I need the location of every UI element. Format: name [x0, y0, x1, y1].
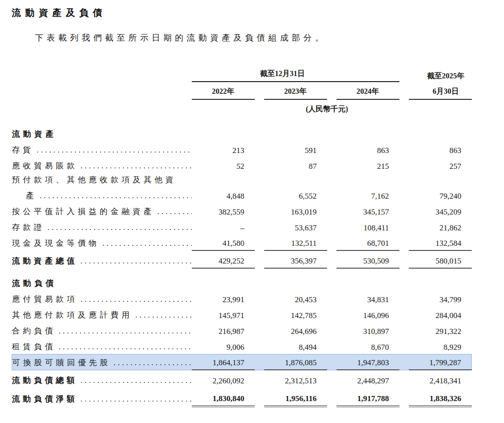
cell-value: 1,838,326	[409, 388, 472, 406]
cell-value: 257	[409, 157, 472, 173]
column-gap	[399, 235, 409, 250]
table-row: 流動負債總額..................................…	[12, 370, 472, 388]
cell-value: 34,831	[336, 291, 399, 306]
table-row: 現金及現金等價物................................…	[12, 235, 472, 250]
cell-value: 2,312,513	[264, 370, 327, 388]
row-label-text: 應收貿易賬款	[12, 160, 78, 171]
unit-note: (人民幣千元)	[192, 99, 472, 119]
header-unit-row: (人民幣千元)	[12, 99, 472, 119]
col-header-2022: 2022年	[192, 82, 255, 99]
cell-value: 345,157	[336, 203, 399, 219]
col-header-2023: 2023年	[264, 82, 327, 99]
column-gap	[255, 157, 264, 173]
cell-value: 163,019	[264, 203, 327, 219]
table-row: 應收貿易賬款..................................…	[12, 157, 472, 173]
cell-value: 132,584	[409, 235, 472, 250]
cell-value: 4,848	[192, 187, 255, 203]
column-gap	[327, 141, 336, 157]
cell-value: 8,670	[336, 338, 399, 354]
cell-value: 142,785	[264, 306, 327, 322]
cell-value: 1,956,116	[264, 388, 327, 406]
cell-value: 68,701	[336, 235, 399, 250]
column-gap	[255, 187, 264, 203]
row-label: 流動資產總值..................................…	[12, 250, 192, 268]
row-label: 合約負債....................................…	[12, 322, 192, 338]
cell-value: 863	[336, 141, 399, 157]
column-gap	[399, 354, 409, 370]
cell-value: 1,947,803	[336, 354, 399, 370]
column-gap	[255, 322, 264, 338]
column-gap	[255, 388, 264, 406]
col-header-2025-line1: 截至2025年	[409, 63, 472, 82]
table-row: 存款證.....................................…	[12, 219, 472, 235]
table-row: 預付款項、其他應收款項及其他資	[12, 173, 472, 187]
column-gap	[255, 338, 264, 354]
section-label: 流動資產	[12, 119, 472, 141]
row-label: 存貨......................................…	[12, 141, 192, 157]
leader-dots: ........................................…	[78, 162, 192, 170]
section-row: 流動資產	[12, 119, 472, 141]
row-label-text: 流動資產總值	[12, 256, 78, 266]
cell-value: 146,096	[336, 306, 399, 322]
cell-value: 1,830,840	[192, 388, 255, 406]
cell-value: 310,897	[336, 322, 399, 338]
cell-value: 213	[192, 141, 255, 157]
cell-value: 429,252	[192, 250, 255, 268]
column-gap	[255, 203, 264, 219]
cell-value: 580,015	[409, 250, 472, 268]
leader-dots: ........................................…	[37, 192, 192, 200]
column-gap	[399, 219, 409, 235]
cell-value: 863	[409, 141, 472, 157]
cell-value: 41,580	[192, 235, 255, 250]
row-label-text: 存貨	[12, 145, 34, 155]
leader-dots: ........................................…	[56, 327, 192, 335]
col-header-2024: 2024年	[336, 82, 399, 99]
table-row: 流動負債淨額..................................…	[12, 388, 472, 406]
table-row: 產.......................................…	[12, 187, 472, 203]
cell-value: 591	[264, 141, 327, 157]
cell-value: 1,799,287	[409, 354, 472, 370]
table-row: 應付貿易款項..................................…	[12, 291, 472, 306]
column-gap	[327, 338, 336, 354]
column-gap	[399, 338, 409, 354]
row-label-text: 按公平值計入損益的金融資產	[12, 206, 155, 217]
cell-value: 145,971	[192, 306, 255, 322]
column-gap	[327, 250, 336, 268]
cell-value: 284,004	[409, 306, 472, 322]
table-body: 流動資產存貨..................................…	[12, 119, 472, 406]
column-gap	[399, 322, 409, 338]
column-gap	[327, 157, 336, 173]
leader-dots: ........................................…	[45, 223, 192, 232]
row-label-text: 流動負債總額	[12, 375, 78, 386]
row-label: 存款證.....................................…	[12, 219, 192, 235]
row-label-text: 應付貿易款項	[12, 294, 78, 305]
cell-value: 132,511	[264, 235, 327, 250]
cell-value: 2,448,297	[336, 370, 399, 388]
column-gap	[255, 250, 264, 268]
cell-value: 53,637	[264, 219, 327, 235]
table-row: 合約負債....................................…	[12, 322, 472, 338]
column-gap	[327, 291, 336, 306]
cell-value: 356,397	[264, 250, 327, 268]
cell-value: 530,509	[336, 250, 399, 268]
column-gap	[255, 306, 264, 322]
cell-value: 382,559	[192, 203, 255, 219]
intro-paragraph: 下表載列我們截至所示日期的流動資產及負債組成部分。	[12, 32, 504, 43]
cell-value: –	[192, 219, 255, 235]
row-label: 產.......................................…	[12, 187, 192, 203]
cell-value: 1,917,788	[336, 388, 399, 406]
row-label-text: 預付款項、其他應收款項及其他資	[12, 174, 177, 185]
cell-value: 34,799	[409, 291, 472, 306]
table-row: 流動資產總值..................................…	[12, 250, 472, 268]
row-label-wrapped: 預付款項、其他應收款項及其他資	[12, 173, 472, 187]
table-row: 存貨......................................…	[12, 141, 472, 157]
leader-dots: ........................................…	[78, 295, 192, 304]
cell-value: 108,411	[336, 219, 399, 235]
column-gap	[327, 354, 336, 370]
column-gap	[327, 370, 336, 388]
column-gap	[399, 306, 409, 322]
col-group-header-dec31: 截至12月31日	[192, 63, 399, 82]
leader-dots: ........................................…	[56, 343, 192, 351]
header-group-row: 截至12月31日 截至2025年	[12, 63, 472, 82]
section-row: 流動負債	[12, 268, 472, 291]
